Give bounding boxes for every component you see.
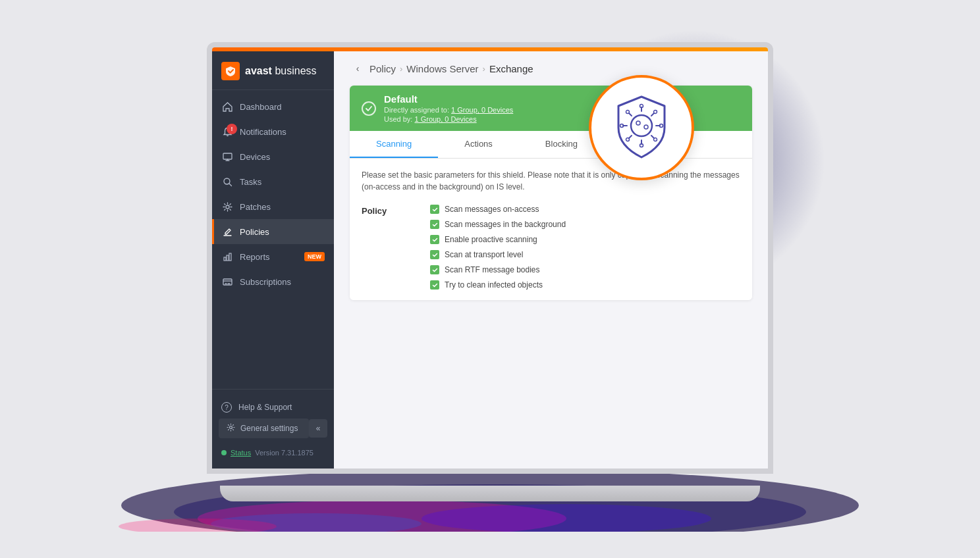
- svg-rect-30: [229, 253, 231, 261]
- status-link[interactable]: Status: [231, 449, 251, 457]
- policy-status-icon: [362, 101, 376, 116]
- svg-point-8: [640, 105, 643, 108]
- checkbox-label: Scan messages in the background: [445, 220, 566, 229]
- svg-point-12: [620, 124, 624, 128]
- checkbox-item[interactable]: Scan at transport level: [430, 250, 566, 259]
- checkbox-checked-icon: [430, 265, 439, 274]
- tab-actions[interactable]: Actions: [438, 131, 519, 158]
- help-support-item[interactable]: ? Help & Support: [212, 396, 334, 419]
- svg-point-6: [631, 115, 652, 136]
- status-dot: [221, 450, 227, 455]
- svg-point-16: [626, 111, 630, 114]
- policy-assignment: Directly assigned to: 1 Group, 0 Devices: [384, 106, 513, 114]
- policy-section-label: Policy: [362, 205, 414, 290]
- assigned-link[interactable]: 1 Group, 0 Devices: [451, 106, 513, 114]
- checkbox-checked-icon: [430, 205, 439, 214]
- sidebar-item-patches[interactable]: Patches: [212, 194, 334, 219]
- svg-point-18: [654, 111, 657, 114]
- breadcrumb-windows-server: Windows Server: [406, 63, 478, 74]
- avast-logo-icon: [221, 62, 240, 80]
- laptop-base: [220, 486, 760, 501]
- used-by-link[interactable]: 1 Group, 0 Devices: [414, 115, 476, 123]
- sidebar-footer: ? Help & Support: [212, 389, 334, 469]
- svg-point-5: [119, 519, 277, 532]
- svg-rect-31: [223, 279, 232, 285]
- main-content: ‹ Policy › Windows Server › Exchange: [334, 51, 768, 469]
- svg-point-24: [644, 125, 648, 129]
- sidebar: avast business Dashboard: [212, 51, 334, 469]
- policy-section: Policy Scan messages on-access Scan mess…: [362, 205, 740, 290]
- sidebar-item-subscriptions[interactable]: Subscriptions: [212, 269, 334, 294]
- checkbox-item[interactable]: Scan messages on-access: [430, 205, 566, 214]
- svg-point-4: [211, 513, 422, 532]
- reports-new-badge: NEW: [304, 252, 325, 261]
- checkbox-checked-icon: [430, 280, 439, 290]
- edit-icon: [221, 226, 233, 238]
- checkbox-item[interactable]: Enable proactive scanning: [430, 235, 566, 244]
- version-text: Version 7.31.1875: [255, 449, 313, 457]
- tab-scanning[interactable]: Scanning: [350, 131, 438, 158]
- gear-icon: [221, 201, 233, 213]
- sidebar-item-notifications[interactable]: ! Notifications: [212, 119, 334, 144]
- home-icon: [221, 101, 233, 113]
- search-icon: [221, 176, 233, 188]
- sidebar-item-tasks[interactable]: Tasks: [212, 169, 334, 194]
- sidebar-nav: Dashboard ! Notifications: [212, 90, 334, 389]
- notification-badge: !: [227, 124, 237, 134]
- policy-name: Default: [384, 93, 513, 105]
- checkbox-checked-icon: [430, 220, 439, 229]
- tab-content-scanning: Please set the basic parameters for this…: [350, 159, 752, 300]
- breadcrumb-policy: Policy: [369, 63, 396, 74]
- sidebar-item-reports[interactable]: Reports NEW: [212, 244, 334, 269]
- breadcrumb-exchange: Exchange: [489, 63, 533, 74]
- checkbox-checked-icon: [430, 235, 439, 244]
- svg-line-17: [651, 113, 654, 116]
- help-icon: ?: [221, 402, 232, 413]
- svg-point-27: [226, 205, 229, 209]
- svg-point-20: [626, 138, 630, 141]
- subscriptions-icon: [221, 276, 233, 288]
- checkbox-label: Scan RTF message bodies: [445, 265, 540, 274]
- checkboxes-list: Scan messages on-access Scan messages in…: [430, 205, 566, 290]
- scanning-description: Please set the basic parameters for this…: [362, 169, 740, 193]
- checkbox-label: Scan messages on-access: [445, 205, 539, 214]
- breadcrumb-sep-2: ›: [483, 64, 485, 74]
- checkbox-item[interactable]: Scan messages in the background: [430, 220, 566, 229]
- svg-point-23: [636, 121, 640, 125]
- svg-line-15: [629, 113, 632, 116]
- general-settings-button[interactable]: General settings: [219, 419, 309, 438]
- svg-point-14: [660, 124, 663, 128]
- svg-point-10: [640, 144, 643, 147]
- svg-line-19: [629, 136, 632, 138]
- checkbox-item[interactable]: Scan RTF message bodies: [430, 265, 566, 274]
- checkbox-checked-icon: [430, 250, 439, 259]
- svg-point-3: [422, 504, 711, 532]
- sidebar-item-devices[interactable]: Devices: [212, 144, 334, 169]
- virus-shield-badge: [589, 75, 694, 180]
- checkbox-label: Try to clean infected objects: [445, 280, 543, 290]
- collapse-sidebar-button[interactable]: «: [309, 419, 327, 438]
- sidebar-item-policies[interactable]: Policies: [212, 219, 334, 244]
- chart-icon: [221, 251, 233, 263]
- sidebar-item-dashboard[interactable]: Dashboard: [212, 94, 334, 119]
- svg-point-32: [230, 426, 232, 429]
- checkbox-item[interactable]: Try to clean infected objects: [430, 280, 566, 290]
- breadcrumb-sep-1: ›: [400, 64, 402, 74]
- svg-point-22: [654, 138, 657, 141]
- breadcrumb: ‹ Policy › Windows Server › Exchange: [334, 51, 768, 86]
- svg-rect-29: [227, 255, 229, 261]
- checkbox-label: Scan at transport level: [445, 250, 523, 259]
- svg-line-21: [651, 136, 654, 138]
- back-button[interactable]: ‹: [350, 61, 366, 76]
- svg-rect-28: [224, 257, 226, 261]
- policy-info: Default Directly assigned to: 1 Group, 0…: [384, 93, 513, 123]
- svg-rect-25: [223, 153, 232, 159]
- policy-used-by: Used by: 1 Group, 0 Devices: [384, 115, 513, 123]
- svg-point-2: [198, 500, 566, 532]
- logo: avast business: [212, 51, 334, 90]
- logo-text: avast business: [245, 65, 317, 77]
- settings-gear-icon: [227, 423, 235, 434]
- settings-row: General settings «: [212, 419, 334, 444]
- virus-shield-icon: [605, 91, 678, 164]
- status-bar: Status Version 7.31.1875: [212, 444, 334, 462]
